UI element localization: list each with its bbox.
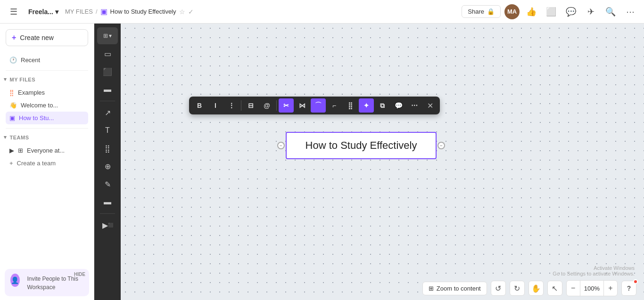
magic-button[interactable]: ✦ (359, 98, 374, 113)
more-text-options-button[interactable]: ⋮ (224, 98, 239, 113)
text-node-content: How to Study Effectively (305, 139, 417, 151)
invite-title: Invite People to This Workspace (27, 276, 79, 291)
my-files-items: ⣿ Examples 👋 Welcome to... ▣ How to Stu.… (0, 84, 94, 126)
close-icon: ✕ (427, 101, 433, 110)
zoom-minus-button[interactable]: − (567, 281, 580, 296)
table-tool-button[interactable]: ▬ (98, 194, 117, 211)
pen-tool-button[interactable]: ✎ (98, 176, 117, 193)
cursor-tool-button[interactable]: ↖ (547, 281, 562, 296)
breadcrumb-my-files[interactable]: MY FILES (65, 8, 93, 15)
create-team-plus-icon: + (9, 160, 13, 167)
text-editing-toolbar: B I ⋮ ⊟ @ ✂ ⋈ ⌒ (189, 97, 440, 114)
link-tool-button[interactable]: ⊕ (98, 158, 117, 175)
plus-icon: + (12, 33, 16, 42)
play-button[interactable]: ▶ ⬛ (98, 217, 117, 234)
hamburger-icon: ☰ (10, 7, 17, 17)
arrow-tool-icon: ↗ (105, 108, 111, 117)
sidebar-item-recent[interactable]: 🕐 Recent (6, 54, 88, 66)
more-icon: ⋯ (626, 7, 635, 17)
share-button[interactable]: Share 🔒 (462, 5, 501, 18)
present-button[interactable]: ⬜ (543, 4, 559, 20)
left-handle[interactable]: − (277, 142, 285, 149)
text-box-button[interactable]: ▬ (98, 81, 117, 98)
star-icon[interactable]: ☆ (179, 8, 185, 16)
present-icon: ⬜ (546, 7, 556, 17)
curve-icon: ⌒ (315, 101, 322, 110)
lock-icon: 🔒 (487, 8, 495, 15)
like-icon: 👍 (526, 7, 537, 17)
workspace-selector[interactable]: Freela... ▾ (25, 6, 61, 17)
sidebar-item-how-to-study[interactable]: ▣ How to Stu... (6, 112, 88, 124)
arrow-tool-button[interactable]: ↗ (98, 104, 117, 121)
duplicate-button[interactable]: ⧉ (375, 98, 390, 113)
activate-windows-line2: Go to Settings to activate Windows. (553, 271, 635, 276)
breadcrumb-current: ▣ How to Study Effectively ☆ ✓ (100, 7, 194, 16)
mention-icon: @ (264, 102, 270, 109)
more-options-button[interactable]: ⋯ (622, 4, 638, 20)
workspace-chevron-icon: ▾ (55, 8, 58, 16)
notification-dot (633, 279, 638, 284)
curve-button[interactable]: ⌒ (311, 98, 326, 113)
shape-rect-icon: ▭ (104, 49, 111, 58)
shape-rect-button[interactable]: ▭ (98, 45, 117, 62)
sidebar-item-examples[interactable]: ⣿ Examples (6, 86, 88, 99)
file-type-icon: ▣ (100, 7, 107, 16)
share-label: Share (468, 8, 484, 15)
frame-tool-icon: ⊞ (103, 32, 108, 39)
angle-button[interactable]: ⌐ (327, 98, 342, 113)
sidebar: + Create new 🕐 Recent ▾ MY FILES ⣿ Examp… (0, 24, 94, 300)
avatar[interactable]: MA (504, 4, 520, 19)
bold-icon: B (197, 102, 202, 109)
mention-button[interactable]: @ (259, 98, 274, 113)
comment-btn[interactable]: 💬 (391, 98, 406, 113)
scissors-button[interactable]: ✂ (279, 98, 294, 113)
recent-icon: 🕐 (9, 57, 17, 64)
search-button[interactable]: 🔍 (603, 4, 619, 20)
grid-tool-icon: ⣿ (105, 144, 110, 153)
zoom-to-content-button[interactable]: ⊞ Zoom to content (422, 282, 487, 295)
canvas-area[interactable]: B I ⋮ ⊟ @ ✂ ⋈ ⌒ (121, 24, 644, 300)
create-team-button[interactable]: + Create a team (6, 157, 88, 170)
activate-windows-line1: Activate Windows (553, 265, 635, 271)
bold-button[interactable]: B (192, 98, 207, 113)
send-button[interactable]: ✈ (583, 4, 599, 20)
text-node-container: − How to Study Effectively − (286, 132, 437, 159)
frame-tool-dropdown[interactable]: ⊞ ▾ (97, 27, 118, 44)
like-button[interactable]: 👍 (523, 4, 539, 20)
zoom-value[interactable]: 100% (580, 281, 604, 296)
zoom-plus-button[interactable]: + (604, 281, 617, 296)
sidebar-top: + Create new (0, 24, 94, 52)
sidebar-item-welcome[interactable]: 👋 Welcome to... (6, 99, 88, 112)
hand-tool-button[interactable]: ✋ (528, 281, 544, 296)
text-tool-button[interactable]: T (98, 122, 117, 139)
connector-button[interactable]: ⋈ (295, 98, 310, 113)
my-files-section-header[interactable]: ▾ MY FILES (0, 73, 94, 84)
create-new-button[interactable]: + Create new (6, 29, 88, 46)
close-toolbar-button[interactable]: ✕ (423, 98, 437, 113)
text-node[interactable]: How to Study Effectively (286, 132, 437, 159)
comment-button[interactable]: 💬 (563, 4, 579, 20)
teams-section-header[interactable]: ▾ TEAMS (0, 130, 94, 142)
invite-hide-button[interactable]: HIDE (74, 272, 85, 277)
italic-button[interactable]: I (208, 98, 223, 113)
hamburger-button[interactable]: ☰ (6, 4, 22, 20)
sticky-note-button[interactable]: ⬛ (98, 63, 117, 80)
grid-tool-button[interactable]: ⣿ (98, 140, 117, 157)
table-btn[interactable]: ⣿ (343, 98, 358, 113)
my-files-arrow-icon: ▾ (4, 76, 7, 82)
toolbar-separator-1 (100, 101, 115, 101)
header-right: Share 🔒 MA 👍 ⬜ 💬 ✈ 🔍 ⋯ (462, 4, 638, 20)
bottom-toolbar: ⊞ Zoom to content ↺ ↻ ✋ ↖ − 100% + ? (121, 276, 644, 300)
link-icon: ⊟ (248, 102, 254, 109)
left-toolbar: ⊞ ▾ ▭ ⬛ ▬ ↗ T ⣿ ⊕ ✎ ▬ (94, 24, 121, 300)
sidebar-item-everyone[interactable]: ▶ ⊞ Everyone at... (6, 144, 88, 157)
redo-button[interactable]: ↻ (510, 281, 525, 296)
right-handle[interactable]: − (438, 142, 445, 149)
undo-button[interactable]: ↺ (491, 281, 506, 296)
undo-icon: ↺ (495, 284, 501, 293)
more-options-btn[interactable]: ⋯ (407, 98, 422, 113)
link-button[interactable]: ⊟ (243, 98, 258, 113)
text-box-icon: ▬ (104, 85, 111, 94)
toolbar-separator-2 (100, 213, 115, 214)
invite-people-box: HIDE 👤 Invite People to This Workspace (5, 269, 89, 296)
